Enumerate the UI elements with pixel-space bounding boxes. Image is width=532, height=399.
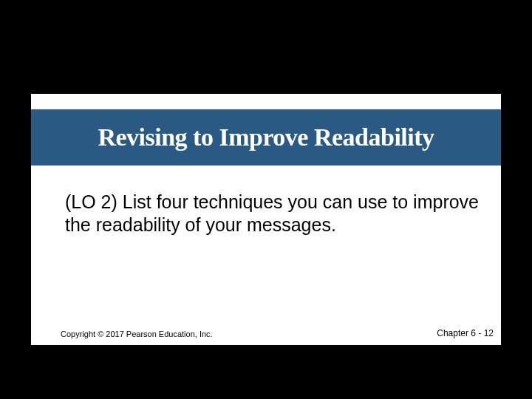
slide-title: Revising to Improve Readability (98, 123, 434, 151)
copyright-text: Copyright © 2017 Pearson Education, Inc. (61, 330, 213, 338)
title-bar: Revising to Improve Readability (31, 109, 501, 166)
chapter-page-number: Chapter 6 - 12 (437, 328, 494, 338)
slide-body-text: (LO 2) List four techniques you can use … (65, 191, 479, 237)
